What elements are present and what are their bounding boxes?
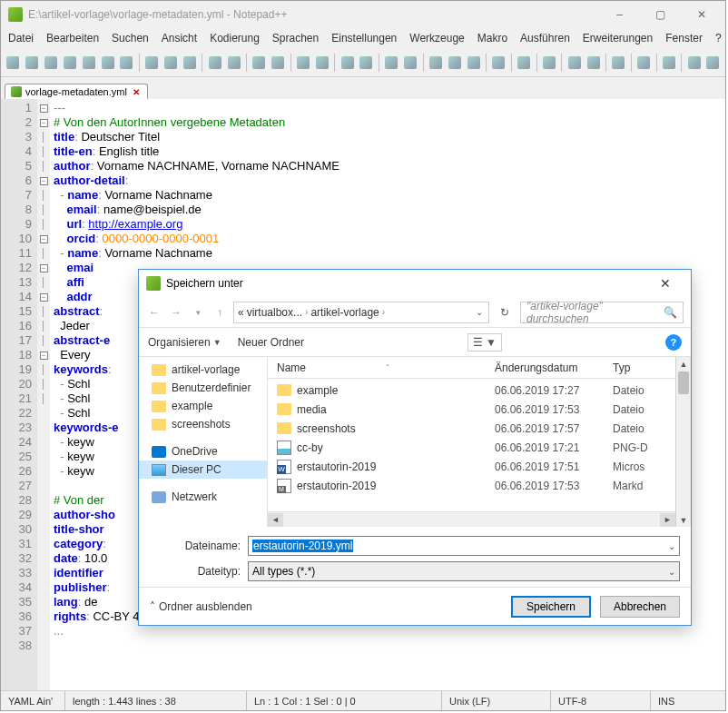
close-all-button[interactable] <box>99 54 116 72</box>
paste-button[interactable] <box>182 54 199 72</box>
maximize-button[interactable]: ▢ <box>640 2 681 27</box>
menu-item-werkzeuge[interactable]: Werkzeuge <box>409 32 464 45</box>
col-date[interactable]: Änderungsdatum <box>495 361 613 374</box>
scroll-up-button[interactable]: ▲ <box>676 357 691 371</box>
save-button[interactable]: Speichern <box>511 596 591 618</box>
hide-lines-button[interactable] <box>490 54 507 72</box>
new-button[interactable] <box>5 54 22 72</box>
tab-close-icon[interactable]: ✕ <box>131 86 142 97</box>
breadcrumb-dropdown-icon[interactable]: ⌄ <box>476 307 485 317</box>
file-row[interactable]: media06.06.2019 17:53Dateio <box>268 400 675 419</box>
close-button[interactable] <box>80 54 97 72</box>
whitespace-button[interactable] <box>383 54 400 72</box>
find-button[interactable] <box>251 54 268 72</box>
titlebar[interactable]: E:\artikel-vorlage\vorlage-metadaten.yml… <box>1 1 725 28</box>
open-button[interactable] <box>24 54 41 72</box>
cut-button[interactable] <box>143 54 161 72</box>
col-name[interactable]: Name˄ <box>268 361 495 374</box>
organize-menu[interactable]: Organisieren▼ <box>148 336 221 349</box>
replace-button[interactable] <box>270 54 287 72</box>
filename-input[interactable]: erstautorin-2019.yml ⌄ <box>248 536 680 556</box>
redo-button[interactable] <box>225 54 242 72</box>
menu-item-sprachen[interactable]: Sprachen <box>272 32 319 45</box>
zoom-out-button[interactable] <box>313 54 330 72</box>
tree-item-screenshots[interactable]: screenshots <box>139 415 267 433</box>
word-wrap-button[interactable] <box>358 54 375 72</box>
dialog-close-button[interactable]: ✕ <box>647 271 684 296</box>
scrollbar-thumb[interactable] <box>678 371 689 394</box>
file-row[interactable]: erstautorin-201906.06.2019 17:53Markd <box>268 476 675 495</box>
tree-item-dieserpc[interactable]: Dieser PC <box>139 460 267 479</box>
tree-item-benutzerdefinier[interactable]: Benutzerdefinier <box>139 379 267 397</box>
monitor-button[interactable] <box>610 54 627 72</box>
search-input[interactable]: "artikel-vorlage" durchsuchen 🔍 <box>520 302 684 323</box>
zoom-in-button[interactable] <box>295 54 312 72</box>
scroll-right-button[interactable]: ► <box>660 513 675 527</box>
menu-item-kodierung[interactable]: Kodierung <box>210 32 260 45</box>
cancel-button[interactable]: Abbrechen <box>600 596 680 618</box>
vertical-scrollbar[interactable]: ▲ ▼ <box>675 357 691 527</box>
sync-button[interactable] <box>339 54 356 72</box>
tree-item-onedrive[interactable]: OneDrive <box>139 442 267 460</box>
dialog-titlebar[interactable]: Speichern unter ✕ <box>139 270 691 297</box>
breadcrumb-seg1[interactable]: virtualbox... <box>247 306 302 319</box>
folder-button[interactable] <box>566 54 583 72</box>
menu-item-ansicht[interactable]: Ansicht <box>162 32 197 45</box>
file-row[interactable]: cc-by06.06.2019 17:21PNG-D <box>268 438 675 457</box>
folder-tree[interactable]: artikel-vorlageBenutzerdefinierexamplesc… <box>139 357 268 527</box>
tree-item-artikelvorlage[interactable]: artikel-vorlage <box>139 361 267 379</box>
tab-yaml-file[interactable]: vorlage-metadaten.yml ✕ <box>5 84 148 99</box>
save-all-button[interactable] <box>62 54 79 72</box>
file-list-rows[interactable]: example06.06.2019 17:27Dateiomedia06.06.… <box>268 379 675 511</box>
breadcrumb-seg2[interactable]: artikel-vorlage <box>310 306 379 319</box>
menu-item-fenster[interactable]: Fenster <box>665 32 703 45</box>
nav-up-button[interactable]: ↑ <box>212 304 228 321</box>
fold-all-button[interactable] <box>446 54 463 72</box>
stop-button[interactable] <box>704 54 722 72</box>
file-row[interactable]: screenshots06.06.2019 17:57Dateio <box>268 419 675 438</box>
hide-folders-toggle[interactable]: ˄ Ordner ausblenden <box>150 600 252 613</box>
tree-item-netzwerk[interactable]: Netzwerk <box>139 488 267 506</box>
save-button[interactable] <box>43 54 60 72</box>
file-list-header[interactable]: Name˄ Änderungsdatum Typ <box>268 357 675 379</box>
nav-button[interactable] <box>585 54 602 72</box>
print-button[interactable] <box>118 54 135 72</box>
horizontal-scrollbar[interactable]: ◄ ► <box>268 511 675 527</box>
help-button[interactable]: ? <box>665 334 682 351</box>
menu-item-[interactable]: ? <box>715 32 722 45</box>
menu-item-makro[interactable]: Makro <box>477 32 507 45</box>
menu-item-bearbeiten[interactable]: Bearbeiten <box>46 32 99 45</box>
scroll-down-button[interactable]: ▼ <box>676 513 691 527</box>
new-folder-button[interactable]: Neuer Ordner <box>238 336 304 349</box>
copy-button[interactable] <box>162 54 180 72</box>
minimize-button[interactable]: – <box>599 2 640 27</box>
nav-forward-button[interactable]: → <box>168 304 184 321</box>
unfold-all-button[interactable] <box>465 54 482 72</box>
file-row[interactable]: erstautorin-201906.06.2019 17:51Micros <box>268 457 675 476</box>
menu-item-erweiterungen[interactable]: Erweiterungen <box>583 32 653 45</box>
filename-dropdown-icon[interactable]: ⌄ <box>668 541 675 551</box>
indent-guide-button[interactable] <box>402 54 419 72</box>
lang-button[interactable] <box>427 54 444 72</box>
menu-item-datei[interactable]: Datei <box>8 32 34 45</box>
doc-map-button[interactable] <box>540 54 557 72</box>
tree-item-example[interactable]: example <box>139 397 267 415</box>
run-button[interactable] <box>685 54 703 72</box>
menu-item-ausfhren[interactable]: Ausführen <box>520 32 570 45</box>
view-mode-button[interactable]: ☰▼ <box>467 333 502 352</box>
fold-column[interactable]: −−│││−│││−│−│−│││−│││ <box>37 99 50 690</box>
rec-button[interactable] <box>635 54 653 72</box>
nav-recent-button[interactable]: ▾ <box>190 304 206 321</box>
close-button[interactable]: ✕ <box>681 2 722 27</box>
filetype-select[interactable]: All types (*.*) ⌄ <box>248 561 680 581</box>
nav-refresh-button[interactable]: ↻ <box>495 302 515 322</box>
col-type[interactable]: Typ <box>613 361 675 374</box>
nav-back-button[interactable]: ← <box>146 304 162 321</box>
func-list-button[interactable] <box>516 54 533 72</box>
menu-item-einstellungen[interactable]: Einstellungen <box>331 32 397 45</box>
search-icon[interactable]: 🔍 <box>664 306 677 319</box>
menu-item-suchen[interactable]: Suchen <box>112 32 149 45</box>
breadcrumb[interactable]: « virtualbox... › artikel-vorlage › ⌄ <box>233 302 489 323</box>
filetype-dropdown-icon[interactable]: ⌄ <box>668 567 675 577</box>
file-row[interactable]: example06.06.2019 17:27Dateio <box>268 381 675 400</box>
